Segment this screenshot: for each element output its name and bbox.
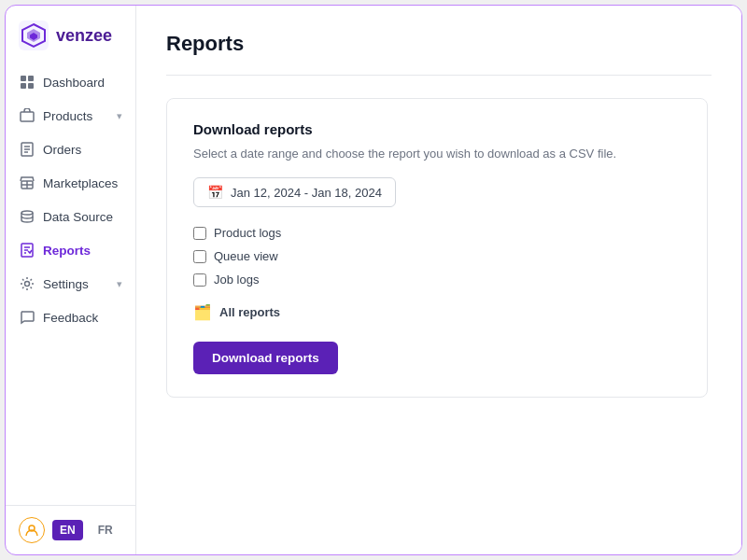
settings-icon (19, 275, 35, 292)
venzee-logo-icon (19, 21, 49, 50)
date-range-value: Jan 12, 2024 - Jan 18, 2024 (231, 186, 382, 200)
logo-area: venzee (6, 6, 135, 62)
sidebar: venzee Dashboard Products ▾ (6, 6, 136, 554)
svg-rect-6 (21, 83, 26, 89)
svg-point-16 (21, 211, 33, 215)
settings-chevron-icon: ▾ (117, 278, 122, 290)
marketplaces-icon (19, 175, 35, 191)
data-source-icon (19, 208, 35, 225)
user-avatar[interactable] (19, 517, 45, 543)
checkbox-queue-view-input[interactable] (193, 250, 206, 263)
sidebar-item-data-source-label: Data Source (43, 210, 113, 224)
all-reports-label: All reports (219, 305, 280, 319)
date-range-picker[interactable]: 📅 Jan 12, 2024 - Jan 18, 2024 (193, 177, 396, 207)
checkbox-job-logs-input[interactable] (193, 273, 206, 287)
checkbox-group: Product logs Queue view Job logs (193, 226, 681, 287)
card-subtitle: Select a date range and choose the repor… (193, 147, 681, 161)
feedback-icon (19, 309, 35, 326)
sidebar-item-settings-label: Settings (43, 277, 89, 291)
sidebar-item-orders-label: Orders (43, 143, 81, 157)
products-icon (19, 107, 35, 124)
sidebar-item-reports[interactable]: Reports (6, 233, 135, 267)
sidebar-item-orders[interactable]: Orders (6, 133, 135, 166)
sidebar-item-marketplaces[interactable]: Marketplaces (6, 166, 135, 200)
svg-rect-4 (21, 76, 26, 81)
checkbox-queue-view-label: Queue view (214, 249, 278, 263)
lang-en-button[interactable]: EN (52, 520, 83, 540)
sidebar-item-reports-label: Reports (43, 244, 91, 258)
checkbox-product-logs[interactable]: Product logs (193, 226, 681, 240)
title-divider (166, 75, 712, 76)
checkbox-queue-view[interactable]: Queue view (193, 249, 681, 263)
svg-point-21 (25, 282, 30, 287)
app-container: venzee Dashboard Products ▾ (5, 5, 742, 555)
sidebar-item-feedback-label: Feedback (43, 311, 98, 325)
nav-menu: Dashboard Products ▾ Orders (6, 62, 135, 505)
main-content: Reports Download reports Select a date r… (136, 6, 741, 554)
sidebar-item-products[interactable]: Products ▾ (6, 99, 135, 133)
card-title: Download reports (193, 121, 681, 137)
sidebar-item-dashboard-label: Dashboard (43, 76, 105, 90)
dashboard-icon (19, 74, 35, 91)
checkbox-product-logs-input[interactable] (193, 227, 206, 240)
sidebar-bottom: EN FR (6, 505, 135, 554)
logo-text: venzee (56, 26, 112, 46)
checkbox-product-logs-label: Product logs (214, 226, 281, 240)
calendar-icon: 📅 (207, 185, 223, 200)
products-chevron-icon: ▾ (117, 110, 122, 122)
orders-icon (19, 141, 35, 158)
lang-fr-button[interactable]: FR (91, 520, 120, 540)
sidebar-item-feedback[interactable]: Feedback (6, 301, 135, 334)
sidebar-item-products-label: Products (43, 109, 92, 123)
page-title: Reports (166, 32, 712, 56)
svg-rect-8 (21, 112, 34, 121)
all-reports-row: 🗂️ All reports (193, 303, 681, 321)
reports-card: Download reports Select a date range and… (166, 98, 708, 398)
download-reports-button[interactable]: Download reports (193, 342, 338, 374)
svg-rect-7 (28, 83, 34, 89)
sidebar-item-settings[interactable]: Settings ▾ (6, 267, 135, 301)
checkbox-job-logs-label: Job logs (214, 273, 259, 287)
sidebar-item-data-source[interactable]: Data Source (6, 200, 135, 233)
svg-rect-5 (28, 76, 34, 81)
reports-icon (19, 242, 35, 259)
sidebar-item-dashboard[interactable]: Dashboard (6, 65, 135, 99)
checkbox-job-logs[interactable]: Job logs (193, 273, 681, 287)
all-reports-icon: 🗂️ (193, 303, 212, 321)
sidebar-item-marketplaces-label: Marketplaces (43, 176, 118, 190)
